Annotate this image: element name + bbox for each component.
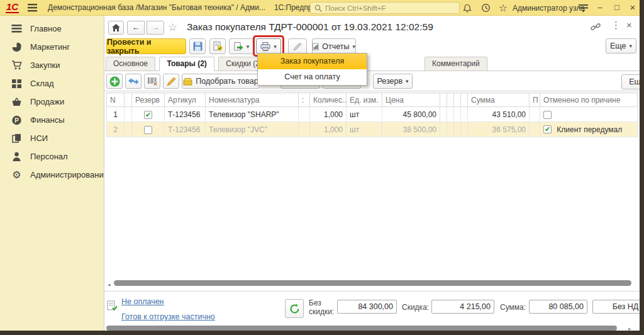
search-placeholder: Поиск Ctrl+Shift+F	[325, 4, 386, 12]
notifications-bell-icon[interactable]	[461, 3, 474, 13]
sum-field[interactable]: 80 085,00	[529, 300, 587, 314]
plus-circle-icon	[109, 76, 120, 87]
sidebar-item-marketing[interactable]: Маркетинг	[0, 38, 104, 56]
cancel-reason-text: Клиент передумал	[557, 125, 622, 134]
reserve-dropdown-button[interactable]: Резерв ▾	[373, 74, 413, 89]
pie-chart-icon	[11, 42, 22, 52]
no-discount-label: Без скидки:	[309, 298, 336, 316]
scroll-right-arrow-icon[interactable]: ▸	[628, 326, 631, 331]
print-menu: Заказ покупателя Счет на оплату	[257, 53, 367, 86]
back-button[interactable]: ←	[127, 21, 145, 35]
forward-button[interactable]: →	[147, 21, 164, 35]
main-menu-icon[interactable]	[28, 3, 37, 14]
add-row-button[interactable]	[106, 74, 123, 89]
favorite-star-icon[interactable]: ☆	[168, 21, 177, 34]
form-horizontal-scrollbar[interactable]	[106, 326, 617, 331]
barcode-scan-button[interactable]	[144, 74, 160, 89]
cancel-reason-cell[interactable]: Клиент передумал	[540, 122, 638, 137]
table-row[interactable]: 2 Т-123456 Телевизор "JVC" 1,000 шт 38 5…	[107, 122, 638, 137]
global-search-input[interactable]: Поиск Ctrl+Shift+F	[310, 2, 460, 14]
print-menu-item-schet[interactable]: Счет на оплату	[258, 69, 367, 85]
current-user[interactable]: Администратор узла	[513, 4, 585, 13]
sidebar-item-personal[interactable]: Персонал	[0, 147, 104, 166]
post-and-close-button[interactable]: Провести и закрыть	[106, 38, 186, 54]
payment-status-link[interactable]: Не оплачен	[121, 297, 164, 306]
more-dots-icon[interactable]: ⋮	[611, 20, 621, 31]
barcode-icon	[148, 77, 157, 86]
search-icon	[314, 4, 322, 12]
refresh-icon	[289, 304, 300, 314]
printer-icon	[260, 42, 270, 51]
scroll-left-arrow-icon[interactable]: ◂	[108, 281, 111, 288]
shipment-status-link[interactable]: Готов к отгрузке частично	[121, 312, 215, 321]
sections-panel: Главное Маркетинг Закупки Склад Продажи …	[0, 16, 104, 331]
discount-label: Скидка:	[402, 303, 429, 312]
sidebar-item-nsi[interactable]: НСИ	[0, 129, 104, 147]
reserve-checkbox[interactable]	[144, 111, 152, 119]
edit-button-disabled[interactable]	[288, 38, 307, 54]
table-more-button[interactable]: Еще	[621, 74, 640, 89]
reports-dropdown-button[interactable]: Отчеты ▾	[312, 38, 356, 54]
toolbar-divider	[104, 91, 640, 91]
print-menu-item-zakaz[interactable]: Заказ покупателя	[258, 54, 367, 69]
change-row-button[interactable]	[163, 74, 179, 89]
blue-arrows-icon	[128, 77, 138, 86]
save-button[interactable]	[189, 38, 206, 54]
report-chart-icon	[313, 42, 319, 51]
close-document-icon[interactable]: ×	[626, 20, 632, 30]
svg-text:Р: Р	[14, 116, 19, 123]
books-icon	[11, 133, 22, 143]
footer-divider	[104, 291, 640, 292]
person-icon	[11, 152, 22, 161]
discount-field[interactable]: 4 215,00	[431, 300, 494, 314]
floppy-icon	[193, 42, 203, 51]
form-more-button[interactable]: Еще ▾	[606, 38, 636, 54]
1c-logo: 1С	[6, 2, 19, 13]
print-dropdown-button[interactable]: ▾	[256, 38, 281, 54]
get-link-icon[interactable]	[591, 23, 601, 34]
minimize-button[interactable]: –	[594, 1, 606, 14]
gear-icon: ⚙	[11, 170, 22, 180]
no-discount-field[interactable]: 84 300,00	[337, 300, 397, 314]
sum-label: Сумма:	[500, 303, 526, 312]
green-arrow-doc-icon	[234, 42, 243, 51]
sidebar-item-finansy[interactable]: Р Финансы	[0, 111, 104, 129]
window-title: Демонстрационная база /Магазин "Бытовая …	[48, 3, 333, 12]
reserve-checkbox[interactable]	[144, 126, 152, 134]
grid-icon	[11, 79, 22, 88]
cart-icon	[11, 60, 22, 70]
document-form: ← → ☆ Заказ покупателя ТДРТ-000001 от 19…	[104, 16, 640, 331]
document-status-icon	[107, 300, 118, 314]
maximize-button[interactable]: □	[611, 1, 623, 14]
cancelled-checkbox[interactable]	[543, 125, 552, 133]
sidebar-item-sklad[interactable]: Склад	[0, 74, 104, 93]
favorites-star-icon[interactable]: ☆	[497, 3, 509, 13]
vat-field[interactable]: Без НД	[592, 300, 640, 314]
nav-buttons: ← →	[127, 21, 164, 35]
history-icon[interactable]	[479, 3, 492, 13]
basket-icon	[11, 98, 22, 106]
title-bar: 1С Демонстрационная база /Магазин "Бытов…	[0, 0, 640, 16]
close-window-button[interactable]: ×	[627, 1, 638, 14]
cancelled-checkbox[interactable]	[543, 111, 552, 119]
post-actions-dropdown[interactable]: ▾	[229, 38, 254, 54]
home-button[interactable]	[108, 21, 124, 35]
table-horizontal-scrollbar[interactable]	[114, 280, 631, 286]
sidebar-item-prodazhi[interactable]: Продажи	[0, 93, 104, 111]
post-document-icon	[213, 42, 223, 51]
post-document-button[interactable]	[209, 38, 226, 54]
sidebar-item-glavnoe[interactable]: Главное	[0, 20, 104, 38]
document-title: Заказ покупателя ТДРТ-000001 от 19.03.20…	[187, 21, 433, 33]
tab-tovary[interactable]: Товары (2)	[159, 57, 214, 71]
table-row[interactable]: 1 Т-123456 Телевизор "SHARP" 1,000 шт 45…	[107, 107, 638, 122]
duplicate-row-button[interactable]	[125, 74, 142, 89]
recalculate-button[interactable]	[285, 299, 304, 318]
tab-osnovnoe[interactable]: Основное	[106, 57, 155, 71]
pick-goods-button[interactable]: Подобрать товар	[182, 74, 260, 89]
app-window: 1С Демонстрационная база /Магазин "Бытов…	[0, 0, 640, 331]
user-menu-icon[interactable]	[577, 3, 589, 13]
tab-kommentariy[interactable]: Комментарий	[425, 57, 487, 71]
goods-table: N РезервАртикул Номенклатура: Количес...…	[106, 93, 638, 137]
sidebar-item-administrirovanie[interactable]: ⚙ Администрирование	[0, 166, 104, 184]
sidebar-item-zakupki[interactable]: Закупки	[0, 56, 104, 74]
